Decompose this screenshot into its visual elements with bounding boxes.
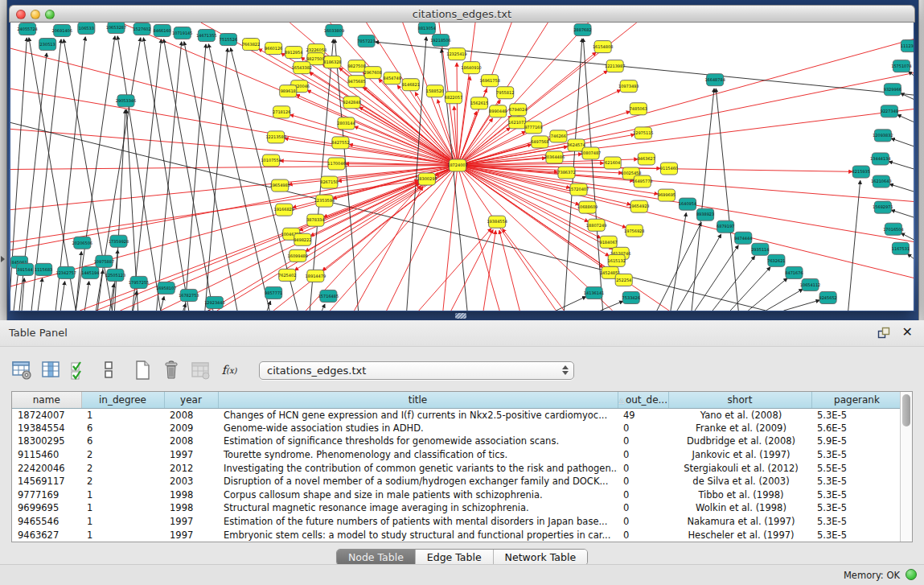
window-minimize-icon[interactable] (31, 10, 40, 19)
cell-short[interactable]: Tibbo et al. (1998) (668, 488, 811, 502)
cell-out-de-[interactable]: 0 (618, 448, 668, 462)
cell-in-degree[interactable]: 6 (81, 435, 164, 448)
create-table-icon[interactable] (132, 360, 153, 381)
cell-pagerank[interactable]: 5.3E-5 (811, 488, 900, 502)
table-row[interactable]: 969969511998Structural magnetic resonanc… (12, 501, 900, 515)
cell-year[interactable]: 2003 (164, 475, 218, 488)
splitter-handle[interactable] (455, 313, 466, 319)
table-row[interactable]: 946362711997Embryonic stem cells: a mode… (12, 528, 900, 542)
cell-pagerank[interactable]: 5.3E-5 (811, 501, 900, 515)
cell-name[interactable]: 9777169 (12, 488, 81, 502)
table-row[interactable]: 911546021997Tourette syndrome. Phenomeno… (12, 448, 900, 462)
cell-year[interactable]: 1997 (164, 528, 218, 542)
cell-title[interactable]: Estimation of significance thresholds fo… (218, 435, 618, 448)
table-options-icon[interactable] (11, 360, 32, 381)
cell-title[interactable]: Changes of HCN gene expression and I(f) … (218, 408, 618, 422)
column-header-in-degree[interactable]: in_degree (81, 392, 164, 408)
cell-out-de-[interactable]: 0 (618, 422, 668, 435)
cell-out-de-[interactable]: 0 (618, 435, 668, 448)
table-row[interactable]: 946554611997Estimation of the future num… (12, 515, 900, 529)
float-panel-icon[interactable] (877, 327, 890, 340)
cell-year[interactable]: 2008 (164, 435, 218, 448)
column-header-pagerank[interactable]: pagerank (811, 392, 900, 408)
select-all-checks-icon[interactable] (69, 360, 90, 381)
cell-name[interactable]: 19384554 (12, 422, 81, 435)
cell-year[interactable]: 1998 (164, 501, 218, 515)
cell-in-degree[interactable]: 1 (81, 515, 164, 529)
panel-collapse-arrow-icon[interactable] (1, 256, 5, 262)
cell-in-degree[interactable]: 2 (81, 475, 164, 488)
cell-title[interactable]: Tourette syndrome. Phenomenology and cla… (218, 448, 618, 462)
cell-out-de-[interactable]: 0 (618, 488, 668, 502)
table-row[interactable]: 1872400712008Changes of HCN gene express… (12, 408, 900, 422)
cell-pagerank[interactable]: 5.3E-5 (811, 528, 900, 542)
node-attribute-table[interactable]: namein_degreeyeartitle△out_de...shortpag… (12, 392, 900, 542)
cell-in-degree[interactable]: 2 (81, 448, 164, 462)
cell-out-de-[interactable]: 0 (618, 501, 668, 515)
cell-pagerank[interactable]: 5.9E-5 (811, 435, 900, 448)
cell-short[interactable]: Yano et al. (2008) (668, 408, 811, 422)
function-builder-icon[interactable]: f(x) (219, 360, 240, 381)
cell-pagerank[interactable]: 5.3E-5 (811, 448, 900, 462)
cell-in-degree[interactable]: 1 (81, 501, 164, 515)
cell-short[interactable]: Wolkin et al. (1998) (668, 501, 811, 515)
cell-title[interactable]: Corpus callosum shape and size in male p… (218, 488, 618, 502)
cell-short[interactable]: Franke et al. (2009) (668, 422, 811, 435)
scrollbar-thumb[interactable] (902, 394, 910, 426)
cell-short[interactable]: Hescheler et al. (1997) (668, 528, 811, 542)
cell-pagerank[interactable]: 5.6E-5 (811, 422, 900, 435)
cell-out-de-[interactable]: 0 (618, 461, 668, 475)
delete-table-icon[interactable] (161, 360, 182, 381)
tab-network-table[interactable]: Network Table (493, 550, 588, 565)
cell-name[interactable]: 9699695 (12, 501, 81, 515)
table-row[interactable]: 1830029562008Estimation of significance … (12, 435, 900, 448)
show-columns-icon[interactable] (40, 360, 61, 381)
cell-short[interactable]: Stergiakouli et al. (2012) (668, 461, 811, 475)
cell-name[interactable]: 9463627 (12, 528, 81, 542)
column-header-out-de-[interactable]: △out_de... (618, 392, 668, 408)
cell-out-de-[interactable]: 0 (618, 475, 668, 488)
cell-short[interactable]: Dudbridge et al. (2008) (668, 435, 811, 448)
cell-short[interactable]: de Silva et al. (2003) (668, 475, 811, 488)
cell-name[interactable]: 9465546 (12, 515, 81, 529)
cell-year[interactable]: 1997 (164, 448, 218, 462)
column-header-short[interactable]: short (668, 392, 811, 408)
table-row[interactable]: 1456911722003Disruption of a novel membe… (12, 475, 900, 488)
vertical-scrollbar[interactable] (900, 392, 912, 542)
cell-in-degree[interactable]: 2 (81, 461, 164, 475)
cell-title[interactable]: Genome-wide association studies in ADHD. (218, 422, 618, 435)
window-zoom-icon[interactable] (45, 10, 55, 19)
cell-in-degree[interactable]: 1 (81, 488, 164, 502)
cell-in-degree[interactable]: 6 (81, 422, 164, 435)
column-header-year[interactable]: year (164, 392, 218, 408)
import-table-icon[interactable] (190, 360, 211, 381)
cell-year[interactable]: 1998 (164, 488, 218, 502)
cell-title[interactable]: Estimation of the future numbers of pati… (218, 515, 618, 529)
cell-short[interactable]: Nakamura et al. (1997) (668, 515, 811, 529)
cell-pagerank[interactable]: 5.3E-5 (811, 475, 900, 488)
cell-out-de-[interactable]: 0 (618, 515, 668, 529)
tab-edge-table[interactable]: Edge Table (415, 550, 493, 565)
cell-title[interactable]: Investigating the contribution of common… (218, 461, 618, 475)
cell-year[interactable]: 1997 (164, 515, 218, 529)
cell-in-degree[interactable]: 1 (81, 408, 164, 422)
close-icon[interactable]: ✕ (902, 324, 913, 340)
table-row[interactable]: 1938455462009Genome-wide association stu… (12, 422, 900, 435)
citation-network-graph[interactable]: 1872400776638229660126891295423226058982… (10, 23, 914, 311)
cell-name[interactable]: 18300295 (12, 435, 81, 448)
cell-year[interactable]: 2009 (164, 422, 218, 435)
cell-name[interactable]: 14569117 (12, 475, 81, 488)
cell-name[interactable]: 18724007 (12, 408, 81, 422)
tab-node-table[interactable]: Node Table (337, 550, 415, 565)
column-header-title[interactable]: title (218, 392, 618, 408)
cell-title[interactable]: Embryonic stem cells: a model to study s… (218, 528, 618, 542)
row-height-icon[interactable] (98, 360, 119, 381)
cell-name[interactable]: 22420046 (12, 461, 81, 475)
network-canvas[interactable]: 1872400776638229660126891295423226058982… (10, 23, 914, 311)
table-selector-dropdown[interactable]: citations_edges.txt (259, 361, 574, 380)
cell-out-de-[interactable]: 49 (618, 408, 668, 422)
table-row[interactable]: 977716911998Corpus callosum shape and si… (12, 488, 900, 502)
cell-in-degree[interactable]: 1 (81, 528, 164, 542)
cell-pagerank[interactable]: 5.3E-5 (811, 515, 900, 529)
cell-pagerank[interactable]: 5.5E-5 (811, 461, 900, 475)
